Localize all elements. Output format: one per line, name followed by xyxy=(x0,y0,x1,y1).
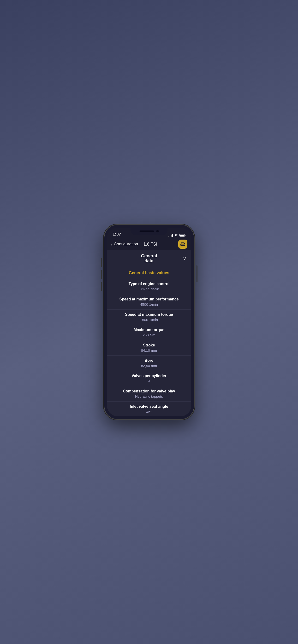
data-row-label: Type of engine control xyxy=(112,282,186,286)
car-icon xyxy=(180,242,186,246)
data-row-label: Compensation for valve play xyxy=(112,389,186,394)
data-row-label: Bore xyxy=(112,358,186,363)
nav-bar: ‹ Configuration 1.8 TSI xyxy=(107,238,191,250)
data-row-label: Speed at maximum performance xyxy=(112,297,186,302)
data-row-value: 4500 1/min xyxy=(112,302,186,306)
subsection-header: General basic values xyxy=(107,267,191,279)
battery-icon xyxy=(180,234,186,237)
data-row-value: 4 xyxy=(112,379,186,383)
data-row-value: 82,50 mm xyxy=(112,364,186,368)
data-row-label: Inlet valve seat angle xyxy=(112,404,186,409)
data-row: Compensation for valve playHydraulic tap… xyxy=(107,386,191,402)
front-camera xyxy=(156,230,159,232)
data-row: Speed at maximum torque1500 1/min xyxy=(107,310,191,325)
data-rows-container: Type of engine controlTiming chainSpeed … xyxy=(107,279,191,416)
data-row: Maximum torque250 Nm xyxy=(107,325,191,340)
data-row: Speed at maximum performance4500 1/min xyxy=(107,294,191,310)
subsection-title: General basic values xyxy=(129,270,169,275)
section-title: General data xyxy=(136,254,162,264)
nav-title: 1.8 TSI xyxy=(138,242,163,247)
data-row-value: 1500 1/min xyxy=(112,318,186,322)
wifi-icon xyxy=(174,234,178,237)
data-row-label: Valves per cylinder xyxy=(112,374,186,378)
content-area: General data ∨ General basic values Type… xyxy=(107,250,191,416)
data-row-label: Maximum torque xyxy=(112,328,186,332)
signal-icon xyxy=(169,234,173,237)
status-time: 1:37 xyxy=(113,232,121,237)
data-row: Valves per cylinder4 xyxy=(107,371,191,386)
data-row-label: Speed at maximum torque xyxy=(112,312,186,317)
data-row-value: Timing chain xyxy=(112,287,186,291)
data-row: Bore82,50 mm xyxy=(107,356,191,371)
back-chevron-icon: ‹ xyxy=(111,242,112,247)
data-row: Type of engine controlTiming chain xyxy=(107,279,191,294)
phone-screen: 1:37 xyxy=(107,228,191,416)
data-row-value: 250 Nm xyxy=(112,333,186,337)
data-row: Stroke84,10 mm xyxy=(107,340,191,356)
section-collapse-icon[interactable]: ∨ xyxy=(183,256,186,262)
back-label: Configuration xyxy=(114,242,138,246)
notch xyxy=(130,228,168,235)
status-icons xyxy=(169,234,186,237)
phone-frame: 1:37 xyxy=(104,225,194,419)
nav-icon-area xyxy=(163,240,187,249)
section-header[interactable]: General data ∨ xyxy=(107,250,191,267)
data-row-value: 45° xyxy=(112,410,186,414)
data-row: Inlet valve seat angle45° xyxy=(107,402,191,416)
car-icon-button[interactable] xyxy=(178,240,187,249)
data-row-value: 84,10 mm xyxy=(112,348,186,352)
back-button[interactable]: ‹ Configuration xyxy=(111,242,138,247)
speaker xyxy=(139,230,154,232)
data-row-label: Stroke xyxy=(112,343,186,348)
data-row-value: Hydraulic tappets xyxy=(112,394,186,398)
